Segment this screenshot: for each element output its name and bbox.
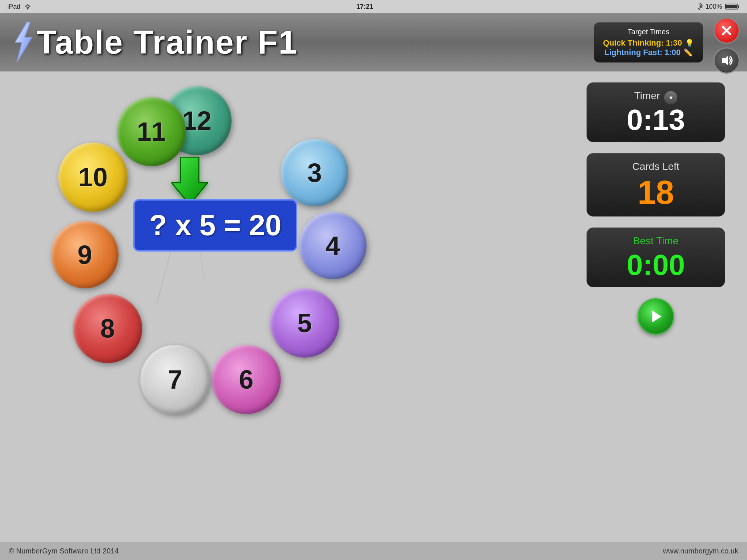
close-icon bbox=[720, 24, 733, 37]
ball-9[interactable]: 9 bbox=[51, 221, 119, 288]
battery-icon bbox=[725, 3, 740, 10]
play-button[interactable] bbox=[638, 298, 674, 335]
svg-marker-7 bbox=[722, 56, 728, 65]
pen-icon: ✏️ bbox=[684, 48, 693, 57]
top-right-buttons bbox=[713, 13, 740, 74]
timer-dropdown[interactable]: ▾ bbox=[664, 91, 677, 104]
timer-label: Timer bbox=[634, 90, 660, 102]
bulb-icon: 💡 bbox=[685, 39, 694, 47]
target-quick-thinking: Quick Thinking: 1:30 💡 bbox=[602, 38, 695, 48]
cards-left-box: Cards Left 18 bbox=[587, 153, 725, 217]
ball-3[interactable]: 3 bbox=[281, 139, 348, 206]
play-icon bbox=[648, 308, 664, 324]
target-times-title: Target Times bbox=[602, 28, 695, 36]
question-card: ? x 5 = 20 bbox=[133, 199, 297, 252]
ball-5[interactable]: 5 bbox=[270, 288, 339, 358]
best-time-label: Best Time bbox=[596, 235, 716, 247]
header-bar: Table Trainer F1 Target Times Quick Thin… bbox=[0, 13, 747, 71]
status-right: 100% bbox=[697, 3, 740, 11]
svg-marker-4 bbox=[15, 22, 32, 63]
status-left: iPad bbox=[7, 3, 32, 11]
main-area: 12 3 4 5 6 7 8 9 10 11 ? x 5 = 20 bbox=[0, 71, 747, 542]
ball-11[interactable]: 11 bbox=[117, 97, 186, 166]
best-time-value: 0:00 bbox=[596, 250, 716, 280]
cards-left-value: 18 bbox=[596, 176, 716, 209]
svg-marker-9 bbox=[652, 311, 662, 322]
wifi-icon bbox=[23, 3, 32, 10]
question-text: ? x 5 = 20 bbox=[149, 209, 281, 241]
ipad-label: iPad bbox=[7, 3, 20, 11]
svg-point-0 bbox=[27, 8, 28, 9]
battery-percentage: 100% bbox=[705, 3, 722, 11]
ball-7[interactable]: 7 bbox=[140, 345, 210, 414]
svg-rect-3 bbox=[726, 5, 737, 8]
timer-box: Timer ▾ 0:13 bbox=[587, 82, 725, 142]
ball-10[interactable]: 10 bbox=[58, 143, 128, 212]
right-panel: Timer ▾ 0:13 Cards Left 18 Best Time 0:0… bbox=[587, 82, 725, 335]
best-time-box: Best Time 0:00 bbox=[587, 228, 725, 287]
footer-website: www.numbergym.co.uk bbox=[663, 547, 738, 555]
ball-8[interactable]: 8 bbox=[73, 294, 142, 363]
bluetooth-icon bbox=[697, 3, 703, 10]
footer: © NumberGym Software Ltd 2014 www.number… bbox=[0, 542, 747, 560]
cards-left-label: Cards Left bbox=[596, 161, 716, 172]
app-title: Table Trainer F1 bbox=[36, 24, 594, 61]
svg-marker-8 bbox=[171, 157, 208, 205]
footer-copyright: © NumberGym Software Ltd 2014 bbox=[9, 547, 119, 555]
ball-4[interactable]: 4 bbox=[299, 212, 367, 279]
ball-6[interactable]: 6 bbox=[212, 345, 281, 414]
timer-value: 0:13 bbox=[596, 105, 716, 135]
lightning-logo bbox=[7, 20, 36, 64]
status-time: 17:21 bbox=[356, 3, 373, 11]
status-bar: iPad 17:21 100% bbox=[0, 0, 747, 13]
close-button[interactable] bbox=[713, 18, 740, 44]
target-times-box: Target Times Quick Thinking: 1:30 💡 Ligh… bbox=[594, 22, 703, 63]
sound-button[interactable] bbox=[713, 47, 740, 74]
svg-rect-2 bbox=[738, 5, 739, 8]
target-lightning-fast: Lightning Fast: 1:00 ✏️ bbox=[602, 48, 695, 57]
clock-container: 12 3 4 5 6 7 8 9 10 11 ? x 5 = 20 bbox=[29, 82, 365, 418]
sound-icon bbox=[720, 54, 733, 67]
timer-header: Timer ▾ bbox=[596, 90, 716, 105]
